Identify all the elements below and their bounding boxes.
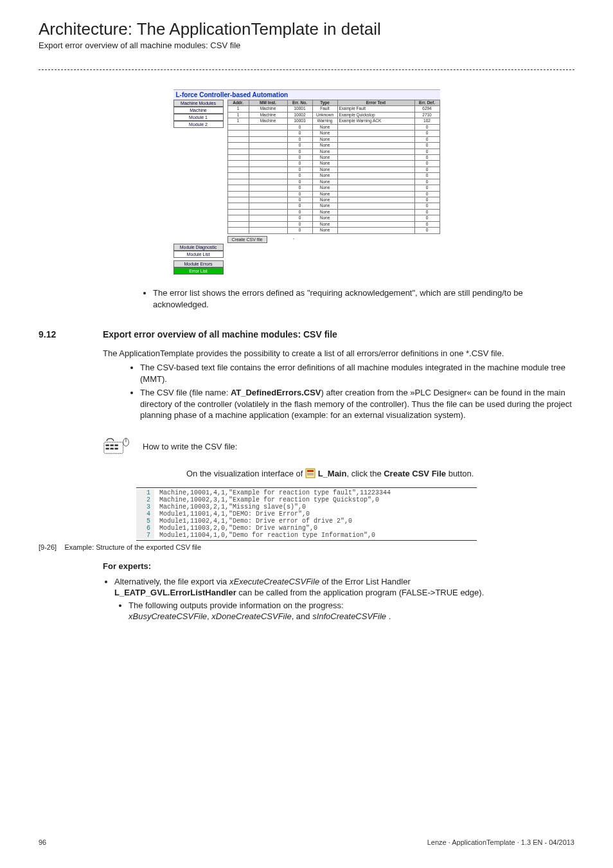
module-errors-title: Module Errors (173, 260, 224, 267)
code-line: 4Module1,11001,4,1,"DEMO: Drive Error",0 (136, 511, 477, 518)
table-row: 0None0 (227, 185, 440, 191)
csv-code-figure: 1Machine,10001,4,1,"Example for reaction… (136, 487, 477, 541)
table-row: 0None0 (227, 154, 440, 160)
col-addr: Addr. (227, 100, 249, 106)
code-line: 3Machine,10003,2,1,"Missing slave(s)",0 (136, 503, 477, 511)
svg-rect-10 (307, 470, 314, 472)
table-row: 0None0 (227, 173, 440, 179)
bullet-csv-2: The CSV file (file name: AT_DefinedError… (140, 387, 574, 421)
vis-heading: L-force Controller-based Automation (173, 90, 440, 100)
error-table: Addr. MM Inst. Err. No. Type Error Text … (227, 100, 440, 234)
section-title: Export error overview of all machine mod… (103, 329, 337, 339)
mm-item-machine[interactable]: Machine (173, 107, 224, 114)
code-line: 6Module1,11003,2,0,"Demo: Drive warning"… (136, 525, 477, 532)
table-row: 0None0 (227, 197, 440, 203)
intro-para: The ApplicationTemplate provides the pos… (103, 348, 574, 358)
svg-rect-6 (115, 448, 118, 449)
caption-text: Example: Structure of the exported CSV f… (64, 543, 201, 551)
table-row: 0None0 (227, 167, 440, 172)
experts-label: For experts: (103, 561, 151, 571)
page-title: Architecture: The ApplicationTemplate in… (39, 19, 574, 39)
table-row: 0None0 (227, 131, 440, 136)
footer-right: Lenze · ApplicationTemplate · 1.3 EN - 0… (427, 838, 574, 846)
bullet-pending: The error list shows the errors defined … (153, 287, 574, 310)
code-line: 7Module1,11004,1,0,"Demo for reaction ty… (136, 532, 477, 539)
mm-item-module1[interactable]: Module 1 (173, 114, 224, 121)
module-diagnostic-title: Module Diagnostic (173, 244, 224, 251)
svg-rect-12 (307, 475, 314, 475)
table-row: 1Machine10003WarningExample Warning ACK1… (227, 118, 440, 124)
module-list-button[interactable]: Module List (173, 251, 224, 258)
caption-number: [9-26] (39, 543, 57, 551)
table-row: 0None0 (227, 143, 440, 149)
table-row: 0None0 (227, 209, 440, 215)
col-def: Err. Def. (414, 100, 440, 106)
howto-label: How to write the CSV file: (143, 442, 237, 451)
howto-icon (103, 437, 131, 457)
svg-rect-1 (106, 444, 109, 446)
section-number: 9.12 (39, 329, 103, 339)
table-row: 0None0 (227, 149, 440, 154)
svg-rect-5 (111, 448, 114, 449)
page-icon (305, 469, 315, 478)
vis-instr: On the visualization interface of L_Main… (186, 469, 474, 478)
experts-bullet-1: Alternatively, the file export via xExec… (114, 576, 574, 622)
table-row: 0None0 (227, 136, 440, 142)
table-row: 0None0 (227, 124, 440, 130)
page-subtitle: Export error overview of all machine mod… (39, 41, 574, 50)
error-list-button[interactable]: Error List (173, 267, 224, 275)
table-row: 0None0 (227, 203, 440, 209)
table-row: 0None0 (227, 161, 440, 167)
table-row: 0None0 (227, 191, 440, 197)
col-errno: Err. No. (287, 100, 312, 106)
separator (39, 69, 574, 70)
vis-sep: - (293, 235, 295, 241)
mm-section-title: Machine Modules (173, 100, 224, 107)
table-row: 0None0 (227, 228, 440, 233)
table-row: 1Machine10001FaultExample Fault6294 (227, 106, 440, 112)
svg-rect-4 (106, 448, 109, 449)
visualization-figure: L-force Controller-based Automation Mach… (173, 89, 440, 275)
col-inst: MM Inst. (249, 100, 287, 106)
create-csv-button[interactable]: Create CSV file (227, 236, 267, 243)
experts-sub-bullet: The following outputs provide informatio… (129, 600, 574, 622)
svg-rect-11 (307, 473, 314, 474)
table-row: 1Machine10002UnknownExample Quickstop271… (227, 112, 440, 118)
col-text: Error Text (337, 100, 414, 106)
code-line: 5Module1,11002,4,1,"Demo: Drive error of… (136, 518, 477, 525)
code-line: 1Machine,10001,4,1,"Example for reaction… (136, 489, 477, 496)
col-type: Type (312, 100, 337, 106)
code-line: 2Machine,10002,3,1,"Example for reaction… (136, 496, 477, 503)
svg-rect-2 (111, 444, 114, 446)
table-row: 0None0 (227, 221, 440, 227)
table-row: 0None0 (227, 179, 440, 185)
mm-item-module2[interactable]: Module 2 (173, 121, 224, 128)
bullet-csv-1: The CSV-based text file contains the err… (140, 362, 574, 384)
svg-rect-3 (115, 444, 118, 446)
table-row: 0None0 (227, 215, 440, 221)
page-number: 96 (39, 838, 46, 846)
